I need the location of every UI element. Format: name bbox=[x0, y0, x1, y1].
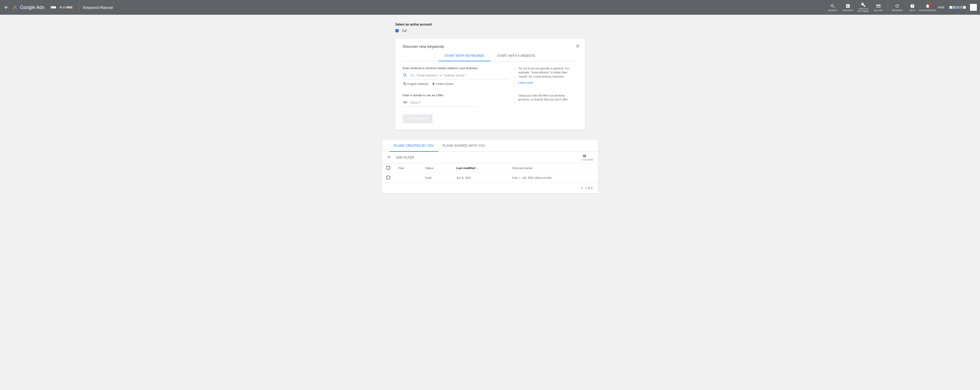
account-row bbox=[395, 29, 585, 33]
notification-badge: ! bbox=[928, 3, 932, 6]
domain-tip: Using your site will filter out services… bbox=[518, 94, 568, 101]
columns-button[interactable]: COLUMNS bbox=[582, 154, 593, 161]
search-icon bbox=[830, 4, 835, 8]
learn-more-link[interactable]: Learn more bbox=[518, 81, 533, 85]
cell-plan bbox=[395, 173, 421, 183]
table-header-row: Plan Status Last modified↓ Forecast peri… bbox=[382, 163, 598, 173]
wrench-icon bbox=[861, 2, 865, 7]
refresh-icon bbox=[895, 4, 899, 8]
google-ads-logo[interactable]: Google Ads bbox=[13, 5, 45, 10]
billing-button[interactable]: BILLING bbox=[871, 3, 886, 11]
main-content: Select an active account Discover new ke… bbox=[343, 15, 638, 204]
keywords-tip: Try not to be too specific or general. F… bbox=[518, 67, 570, 78]
search-button[interactable]: SEARCH bbox=[825, 3, 840, 11]
edit-icon[interactable] bbox=[404, 29, 407, 33]
col-forecast[interactable]: Forecast period bbox=[508, 163, 598, 173]
domain-input[interactable] bbox=[410, 100, 476, 105]
reports-button[interactable]: REPORTS bbox=[840, 3, 856, 11]
plans-card: PLANS CREATED BY YOU PLANS SHARED WITH Y… bbox=[382, 140, 598, 193]
discover-card: Discover new keywords START WITH KEYWORD… bbox=[395, 39, 585, 130]
domain-row: Enter a domain to use as a filter Using … bbox=[403, 94, 578, 106]
profile-area[interactable] bbox=[938, 4, 977, 11]
tools-button[interactable]: TOOLS & SETTINGS bbox=[856, 2, 871, 13]
locale-row: English (default) United States bbox=[403, 82, 509, 86]
cell-last-modified: Jan 8, 2021 bbox=[452, 173, 508, 183]
col-plan[interactable]: Plan bbox=[395, 163, 421, 173]
tab-start-website[interactable]: START WITH A WEBSITE bbox=[491, 51, 541, 61]
plans-tabs: PLANS CREATED BY YOU PLANS SHARED WITH Y… bbox=[382, 140, 598, 152]
help-icon bbox=[910, 4, 915, 8]
cell-status: Draft bbox=[421, 173, 452, 183]
app-header: Google Ads Keyword Planner SEARCH REPORT… bbox=[0, 0, 980, 15]
plans-table: Plan Status Last modified↓ Forecast peri… bbox=[382, 163, 598, 183]
select-all-checkbox[interactable] bbox=[387, 166, 390, 170]
location-selector[interactable]: United States bbox=[432, 82, 453, 86]
table-row[interactable]: Draft Jan 8, 2021 Feb 1 – 28, 2021 (Next… bbox=[382, 173, 598, 183]
keywords-input-wrap bbox=[403, 71, 509, 79]
tab-start-keywords[interactable]: START WITH KEYWORDS bbox=[438, 51, 491, 61]
account-name-redacted bbox=[403, 29, 407, 33]
svg-point-0 bbox=[13, 8, 14, 10]
pin-icon bbox=[432, 82, 435, 86]
translate-icon bbox=[403, 82, 406, 86]
notifications-button[interactable]: ! NOTIFICATIONS bbox=[920, 3, 935, 11]
keywords-input[interactable] bbox=[410, 73, 509, 77]
card-icon bbox=[876, 4, 881, 8]
account-redacted bbox=[51, 6, 72, 8]
product-name: Google Ads bbox=[20, 5, 45, 10]
domain-input-wrap bbox=[403, 98, 476, 106]
ads-logo-icon bbox=[13, 5, 18, 10]
close-icon bbox=[575, 44, 580, 48]
col-last-modified[interactable]: Last modified↓ bbox=[452, 163, 508, 173]
language-selector[interactable]: English (default) bbox=[403, 82, 429, 86]
filter-icon[interactable] bbox=[387, 155, 391, 160]
keywords-row: Enter products or services closely relat… bbox=[403, 67, 578, 86]
col-status[interactable]: Status bbox=[421, 163, 452, 173]
search-icon bbox=[403, 73, 407, 78]
back-button[interactable] bbox=[3, 4, 10, 11]
refresh-button[interactable]: REFRESH bbox=[889, 3, 905, 11]
avatar[interactable] bbox=[970, 4, 977, 11]
account-indicator bbox=[395, 29, 399, 32]
add-filter-button[interactable]: ADD FILTER bbox=[396, 156, 414, 159]
page-title: Keyword Planner bbox=[83, 5, 113, 10]
select-account-label: Select an active account bbox=[395, 22, 585, 26]
discover-tabs: START WITH KEYWORDS START WITH A WEBSITE bbox=[403, 51, 578, 61]
get-results-button[interactable]: GET RESULTS bbox=[403, 114, 433, 123]
arrow-left-icon bbox=[4, 5, 9, 10]
filter-bar: ADD FILTER COLUMNS bbox=[382, 152, 598, 163]
pagination: 1 - 1 of 1 bbox=[382, 183, 598, 193]
tab-plans-created[interactable]: PLANS CREATED BY YOU bbox=[390, 140, 438, 152]
domain-field-label: Enter a domain to use as a filter bbox=[403, 94, 509, 97]
tab-plans-shared[interactable]: PLANS SHARED WITH YOU bbox=[438, 140, 489, 152]
help-button[interactable]: HELP bbox=[905, 3, 920, 11]
header-toolbar: SEARCH REPORTS TOOLS & SETTINGS BILLING … bbox=[825, 2, 977, 13]
close-button[interactable] bbox=[575, 44, 580, 48]
columns-icon bbox=[582, 154, 587, 158]
sort-desc-icon: ↓ bbox=[476, 166, 478, 170]
discover-title: Discover new keywords bbox=[403, 44, 578, 49]
link-icon bbox=[403, 100, 407, 105]
keywords-field-label: Enter products or services closely relat… bbox=[403, 67, 509, 70]
chart-icon bbox=[846, 4, 850, 8]
row-checkbox[interactable] bbox=[387, 176, 390, 179]
cell-forecast: Feb 1 – 28, 2021 (Next month) bbox=[508, 173, 598, 183]
